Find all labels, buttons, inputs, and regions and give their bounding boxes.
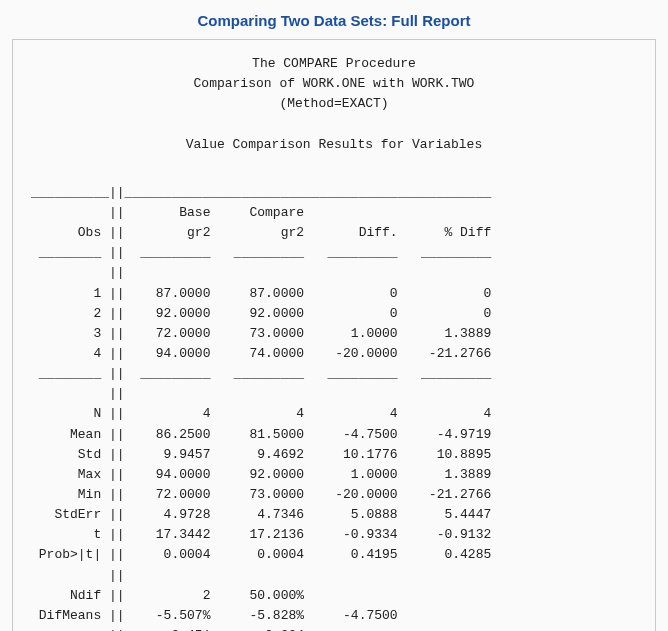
- comparison-table: __________||____________________________…: [31, 163, 637, 631]
- proc-blank: [31, 114, 637, 134]
- proc-header-3: (Method=EXACT): [31, 94, 637, 114]
- proc-header-4: Value Comparison Results for Variables: [31, 135, 637, 155]
- proc-header-2: Comparison of WORK.ONE with WORK.TWO: [31, 74, 637, 94]
- page-title: Comparing Two Data Sets: Full Report: [12, 12, 656, 29]
- proc-header-1: The COMPARE Procedure: [31, 54, 637, 74]
- report-container: The COMPARE Procedure Comparison of WORK…: [12, 39, 656, 631]
